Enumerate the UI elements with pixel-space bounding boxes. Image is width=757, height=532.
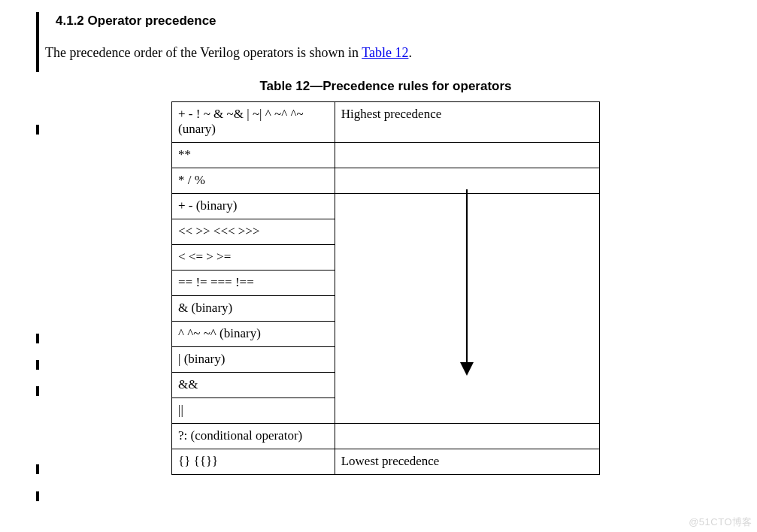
precedence-label-cell: Highest precedence (335, 102, 599, 143)
precedence-empty-cell (335, 424, 599, 449)
change-tick (36, 491, 39, 501)
svg-marker-1 (460, 362, 474, 376)
operator-cell: < <= > >= (172, 245, 335, 271)
table-row: {} {{}} Lowest precedence (172, 449, 600, 475)
table-row: ** (172, 143, 600, 168)
table-row: + - ! ~ & ~& | ~| ^ ~^ ^~ (unary) Highes… (172, 102, 600, 143)
page: 4.1.2 Operator precedence The precedence… (45, 14, 722, 475)
operator-cell: ?: (conditional operator) (172, 424, 335, 449)
operator-cell: * / % (172, 168, 335, 194)
change-bar (36, 12, 39, 72)
precedence-label-cell: Lowest precedence (335, 449, 599, 475)
table-row: * / % (172, 168, 600, 194)
table-link[interactable]: Table 12 (362, 45, 408, 60)
operator-cell: ** (172, 143, 335, 168)
operator-cell: == != === !== (172, 271, 335, 296)
change-tick (36, 125, 39, 135)
operator-cell: ^ ^~ ~^ (binary) (172, 322, 335, 347)
section-heading: 4.1.2 Operator precedence (56, 14, 722, 29)
intro-text-pre: The precedence order of the Verilog oper… (45, 45, 362, 60)
operator-cell: || (172, 398, 335, 424)
operator-cell: + - (binary) (172, 194, 335, 219)
change-tick (36, 334, 39, 343)
operator-cell: + - ! ~ & ~& | ~| ^ ~^ ^~ (unary) (172, 102, 335, 143)
precedence-empty-cell (335, 143, 599, 168)
change-tick (36, 464, 39, 474)
intro-paragraph: The precedence order of the Verilog oper… (45, 45, 722, 61)
operator-cell: && (172, 373, 335, 398)
table-caption: Table 12—Precedence rules for operators (171, 79, 600, 94)
operator-cell: {} {{}} (172, 449, 335, 475)
watermark: @51CTO博客 (689, 515, 752, 529)
change-tick (36, 386, 39, 396)
intro-text-post: . (408, 45, 412, 60)
change-tick (36, 360, 39, 370)
precedence-arrow-cell (335, 194, 599, 424)
operator-cell: | (binary) (172, 347, 335, 373)
table-row: + - (binary) (172, 194, 600, 219)
down-arrow-icon (457, 186, 477, 380)
precedence-table: + - ! ~ & ~& | ~| ^ ~^ ^~ (unary) Highes… (171, 101, 600, 475)
precedence-empty-cell (335, 168, 599, 194)
operator-cell: & (binary) (172, 296, 335, 322)
operator-cell: << >> <<< >>> (172, 219, 335, 245)
table-row: ?: (conditional operator) (172, 424, 600, 449)
